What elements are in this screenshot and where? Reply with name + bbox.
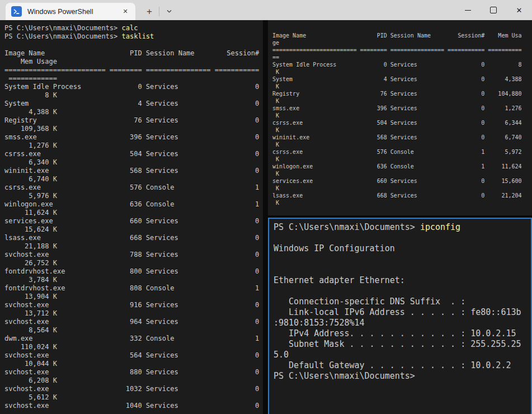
terminal-line: 10,044 K <box>4 360 263 369</box>
terminal-line: svchost.exe 1032 Services 0 <box>4 385 263 394</box>
window-controls: ✕ <box>455 0 532 20</box>
terminal-line: Subnet Mask . . . . . . . . . . . : 255.… <box>274 340 531 351</box>
terminal-line: 11,624 K <box>4 209 263 218</box>
terminal-line: Image Name PID Session Name Session# Mem… <box>272 33 532 40</box>
terminal-line: Ethernet adapter Ethernet: <box>274 276 531 287</box>
terminal-line: ========================= ======== =====… <box>272 48 532 55</box>
terminal-line: ========================= ======== =====… <box>4 67 263 75</box>
terminal-line: 109,368 K <box>4 125 263 134</box>
terminal-line: svchost.exe 788 Services 0 <box>4 251 263 260</box>
terminal-line: System Idle Process 0 Services 0 8 <box>272 62 532 69</box>
terminal-line: 6,340 K <box>4 159 263 167</box>
terminal-line: 5,976 K <box>4 192 263 201</box>
pane-top-right-terminal[interactable]: Image Name PID Session Name Session# Mem… <box>268 20 532 215</box>
terminal-line: 21,188 K <box>4 243 263 251</box>
terminal-line: PS C:\Users\nmaxi\Documents> <box>274 372 531 383</box>
new-tab-button[interactable]: + <box>140 3 159 20</box>
terminal-line: csrss.exe 504 Services 0 6,344 <box>272 120 532 128</box>
terminal-line: System 4 Services 0 4,388 <box>272 77 532 84</box>
terminal-line: wininit.exe 568 Services 0 <box>4 167 263 176</box>
terminal-line: smss.exe 396 Services 0 <box>4 134 263 142</box>
terminal-line: 3,784 K <box>4 276 263 285</box>
terminal-line: K <box>272 200 532 208</box>
terminal-line: 5,612 K <box>4 394 263 402</box>
terminal-line: 110,024 K <box>4 344 263 352</box>
terminal-line: 1,276 K <box>4 142 263 150</box>
terminal-line: Image Name PID Session Name Session# <box>4 50 263 58</box>
terminal-line: winlogon.exe 636 Console 1 11,624 <box>272 164 532 171</box>
terminal-line: lsass.exe 668 Services 0 21,204 <box>272 193 532 200</box>
terminal-line: csrss.exe 576 Console 1 <box>4 184 263 192</box>
terminal-line: csrss.exe 504 Services 0 <box>4 150 263 159</box>
chevron-down-icon <box>167 9 172 14</box>
pane-left-terminal[interactable]: PS C:\Users\nmaxi\Documents> calcPS C:\U… <box>0 20 263 414</box>
tab-title: Windows PowerShell <box>27 8 120 16</box>
terminal-line: 15,624 K <box>4 226 263 234</box>
terminal-line: services.exe 660 Services 0 15,600 <box>272 178 532 186</box>
terminal-line: Windows IP Configuration <box>274 244 531 255</box>
terminal-line: lsass.exe 668 Services 0 <box>4 234 263 243</box>
terminal-line <box>4 41 263 50</box>
plus-icon: + <box>147 6 152 17</box>
terminal-line: 4,388 K <box>4 109 263 117</box>
pane-bottom-right-terminal-focused[interactable]: PS C:\Users\nmaxi\Documents> ipconfigWin… <box>268 218 532 414</box>
terminal-line: services.exe 660 Services 0 <box>4 218 263 226</box>
terminal-line <box>274 255 531 266</box>
terminal-line: Registry 76 Services 0 104,880 <box>272 91 532 98</box>
maximize-button[interactable] <box>481 0 506 20</box>
terminal-line: Registry 76 Services 0 <box>4 117 263 125</box>
terminal-line: smss.exe 396 Services 0 1,276 <box>272 106 532 113</box>
terminal-line: 13,712 K <box>4 310 263 318</box>
terminal-line: svchost.exe 880 Services 0 <box>4 369 263 377</box>
terminal-line: PS C:\Users\nmaxi\Documents> ipconfig <box>274 223 531 234</box>
terminal-line: wininit.exe 568 Services 0 6,740 <box>272 135 532 142</box>
terminal-line: svchost.exe 564 Services 0 <box>4 352 263 360</box>
tab-windows-powershell[interactable]: Windows PowerShell ✕ <box>6 3 135 20</box>
minimize-button[interactable] <box>455 0 481 20</box>
terminal-line: PS C:\Users\nmaxi\Documents> tasklist <box>4 33 263 41</box>
terminal-line: System Idle Process 0 Services 0 <box>4 83 263 92</box>
terminal-line: svchost.exe 916 Services 0 <box>4 302 263 310</box>
terminal-line: csrss.exe 576 Console 1 5,972 <box>272 149 532 157</box>
terminal-line: winlogon.exe 636 Console 1 <box>4 201 263 209</box>
terminal-line: dwm.exe 332 Console 1 <box>4 335 263 344</box>
close-icon: ✕ <box>516 7 522 14</box>
terminal-line: 8,564 K <box>4 327 263 335</box>
terminal-line: PS C:\Users\nmaxi\Documents> calc <box>4 25 263 33</box>
terminal-line: 26,752 K <box>4 260 263 268</box>
terminal-line: svchost.exe 964 Services 0 <box>4 318 263 327</box>
powershell-icon <box>11 6 22 17</box>
terminal-line: Mem Usage <box>4 58 263 67</box>
terminal-line: fontdrvhost.exe 808 Console 1 <box>4 285 263 293</box>
tab-dropdown-button[interactable] <box>159 3 178 20</box>
terminal-line: ============ <box>4 75 263 83</box>
titlebar: Windows PowerShell ✕ + ✕ <box>0 0 532 20</box>
close-button[interactable]: ✕ <box>506 0 532 20</box>
terminal-line: System 4 Services 0 <box>4 100 263 109</box>
terminal-line: svchost.exe 1040 Services 0 <box>4 402 263 411</box>
terminal-line: 6,740 K <box>4 176 263 184</box>
terminal-line: fontdrvhost.exe 800 Services 0 <box>4 268 263 276</box>
maximize-icon <box>490 7 497 13</box>
terminal-window: Windows PowerShell ✕ + ✕ PS C:\Users\nma… <box>0 0 532 414</box>
tab-close-icon[interactable]: ✕ <box>120 6 131 17</box>
terminal-line: 13,904 K <box>4 293 263 302</box>
minimize-icon <box>465 10 471 11</box>
terminal-line: 8 K <box>4 92 263 100</box>
terminal-line: 6,208 K <box>4 377 263 385</box>
